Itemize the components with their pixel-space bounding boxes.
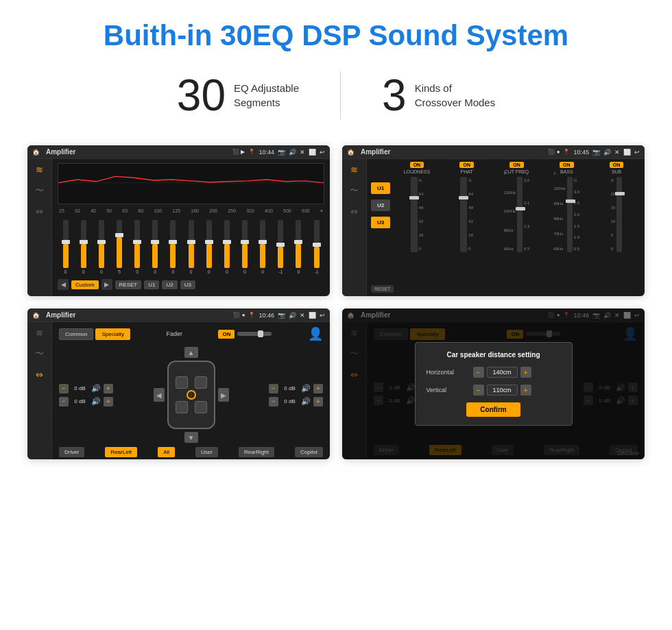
fader-pin-icon: 📍 bbox=[248, 312, 255, 318]
vol-minus-1[interactable]: − bbox=[59, 397, 69, 407]
eq-vol-icon: 🔊 bbox=[289, 149, 296, 156]
eq-sidebar-wave-icon[interactable]: 〜 bbox=[35, 184, 44, 197]
cx-home-icon[interactable]: 🏠 bbox=[347, 149, 355, 156]
car-shape bbox=[167, 361, 215, 429]
speaker-icon-2: 🔊 bbox=[301, 384, 311, 393]
common-tab[interactable]: Common bbox=[59, 328, 93, 340]
fader-title: Amplifier bbox=[46, 311, 230, 319]
fader-x-icon[interactable]: ✕ bbox=[300, 312, 305, 319]
speaker-icon-0: 🔊 bbox=[91, 384, 101, 393]
cx-pin-icon: 📍 bbox=[563, 149, 570, 155]
copilot-btn[interactable]: Copilot bbox=[295, 447, 323, 457]
vol-row-3: − 0 dB 🔊 + bbox=[269, 397, 323, 407]
fader-on-btn[interactable]: ON bbox=[218, 330, 235, 339]
eq-camera-icon: 📷 bbox=[278, 149, 285, 156]
cx-loudness-on[interactable]: ON bbox=[410, 162, 424, 168]
user-btn[interactable]: User bbox=[195, 447, 218, 457]
eq-u1-btn[interactable]: U1 bbox=[144, 280, 159, 289]
vol-minus-2[interactable]: − bbox=[269, 384, 278, 393]
cx-u2-btn[interactable]: U2 bbox=[371, 199, 390, 211]
eq-slider-13: 0 bbox=[291, 220, 307, 274]
stat-eq-label: EQ Adjustable Segments bbox=[234, 81, 299, 110]
fader-slider-thumb bbox=[258, 330, 263, 337]
cx-sidebar-arrows-icon[interactable]: ⇔ bbox=[350, 206, 358, 217]
dialog-horizontal-plus[interactable]: + bbox=[520, 367, 531, 378]
cx-cutfreq-on[interactable]: ON bbox=[509, 162, 524, 168]
all-btn[interactable]: All bbox=[158, 447, 175, 457]
eq-graph bbox=[58, 163, 324, 204]
cx-loudness: ON LOUDNESS G644832160 bbox=[393, 162, 441, 278]
eq-back-icon[interactable]: ↩ bbox=[320, 149, 325, 156]
specialty-tab[interactable]: Specialty bbox=[95, 328, 130, 340]
rearright-btn[interactable]: RearRight bbox=[239, 447, 274, 457]
fader-left-sidebar: ≋ 〜 ⇔ bbox=[27, 322, 52, 459]
cx-phat-on[interactable]: ON bbox=[459, 162, 474, 168]
cx-sidebar-eq-icon[interactable]: ≋ bbox=[350, 165, 358, 175]
vol-val-2: 0 dB bbox=[281, 385, 298, 391]
cx-sidebar-wave-icon[interactable]: 〜 bbox=[350, 184, 359, 197]
cx-bass-on[interactable]: ON bbox=[560, 162, 574, 168]
cx-time: 10:45 bbox=[573, 149, 589, 156]
fader-top-bar: Common Specialty Fader ON 👤 bbox=[59, 326, 323, 341]
stat-cx-label: Kinds of Crossover Modes bbox=[415, 81, 496, 110]
eq-slider-10: 0 bbox=[237, 220, 252, 274]
dialog-vertical-minus[interactable]: − bbox=[473, 385, 484, 396]
eq-reset-btn[interactable]: RESET bbox=[115, 280, 142, 289]
dialog-vertical-row: Vertical − 110cm + bbox=[427, 385, 561, 396]
cx-main-content: U1 U2 U3 ON LOUDNESS G bbox=[367, 159, 645, 296]
cx-vol-icon: 🔊 bbox=[603, 149, 611, 156]
eq-x-icon[interactable]: ✕ bbox=[300, 149, 305, 156]
fader-slider[interactable] bbox=[237, 332, 272, 336]
cx-sub: ON SUB G20151050 bbox=[592, 162, 640, 278]
vol-plus-0[interactable]: + bbox=[104, 384, 113, 393]
fader-zone-buttons: Driver RearLeft All User RearRight Copil… bbox=[59, 447, 323, 457]
vol-minus-3[interactable]: − bbox=[269, 397, 278, 407]
eq-u2-btn[interactable]: U2 bbox=[162, 280, 177, 289]
fader-home-icon[interactable]: 🏠 bbox=[32, 312, 40, 319]
cx-reset-btn[interactable]: RESET bbox=[371, 285, 394, 293]
cx-sub-on[interactable]: ON bbox=[610, 162, 624, 168]
fader-sidebar-wave-icon[interactable]: 〜 bbox=[35, 348, 44, 360]
dialog-vertical-plus[interactable]: + bbox=[520, 385, 531, 396]
cx-u1-btn[interactable]: U1 bbox=[371, 182, 390, 194]
eq-sidebar-eq-icon[interactable]: ≋ bbox=[36, 165, 43, 175]
dialog-horizontal-row: Horizontal − 140cm + bbox=[427, 367, 561, 378]
eq-time: 10:44 bbox=[259, 149, 274, 156]
cx-back-icon[interactable]: ↩ bbox=[634, 149, 640, 156]
fader-left-btn[interactable]: ◀ bbox=[154, 388, 165, 402]
fader-amp-body: ≋ 〜 ⇔ Common Specialty Fader ON bbox=[27, 322, 330, 459]
dialog-horizontal-minus[interactable]: − bbox=[473, 367, 484, 378]
cx-x-icon[interactable]: ✕ bbox=[614, 149, 620, 156]
fader-up-btn[interactable]: ▲ bbox=[184, 347, 198, 358]
eq-sidebar-arrows-icon[interactable]: ⇔ bbox=[36, 206, 43, 217]
vol-val-1: 0 dB bbox=[71, 398, 88, 404]
fader-screen-icon: ⬜ bbox=[309, 312, 316, 319]
dialog-vertical-label: Vertical bbox=[427, 387, 468, 393]
fader-down-btn[interactable]: ▼ bbox=[184, 432, 198, 443]
cx-u3-btn[interactable]: U3 bbox=[371, 217, 390, 228]
eq-main-content: 2532405063 80100125160200 25032040050063… bbox=[52, 159, 330, 296]
fader-back-icon[interactable]: ↩ bbox=[320, 312, 325, 319]
fader-sidebar-eq-icon[interactable]: ≋ bbox=[36, 328, 43, 338]
vol-minus-0[interactable]: − bbox=[59, 384, 69, 393]
eq-fwd-btn[interactable]: ▶ bbox=[101, 279, 112, 290]
dialog-title: Car speaker distance setting bbox=[427, 351, 561, 359]
driver-btn[interactable]: Driver bbox=[59, 447, 84, 457]
confirm-button[interactable]: Confirm bbox=[466, 402, 520, 417]
stat-cx-number: 3 bbox=[382, 73, 407, 117]
vol-plus-1[interactable]: + bbox=[104, 397, 113, 407]
eq-back-btn[interactable]: ◀ bbox=[58, 279, 69, 290]
fader-left-controls: − 0 dB 🔊 + − 0 dB 🔊 + bbox=[59, 347, 113, 443]
eq-u3-btn[interactable]: U3 bbox=[180, 280, 195, 289]
rearleft-btn[interactable]: RearLeft bbox=[105, 447, 137, 457]
cs-tabs: Common Specialty bbox=[59, 328, 130, 340]
vol-plus-3[interactable]: + bbox=[313, 397, 323, 407]
eq-slider-3: 5 bbox=[111, 220, 127, 274]
fader-car-diagram: ▲ ◀ bbox=[119, 347, 263, 443]
eq-home-icon[interactable]: 🏠 bbox=[32, 149, 40, 156]
eq-custom-btn[interactable]: Custom bbox=[71, 280, 99, 289]
eq-bottom-bar: ◀ Custom ▶ RESET U1 U2 U3 bbox=[58, 277, 324, 292]
vol-plus-2[interactable]: + bbox=[313, 384, 323, 393]
fader-sidebar-arrows-icon[interactable]: ⇔ bbox=[36, 369, 43, 380]
fader-right-btn[interactable]: ▶ bbox=[218, 388, 229, 402]
